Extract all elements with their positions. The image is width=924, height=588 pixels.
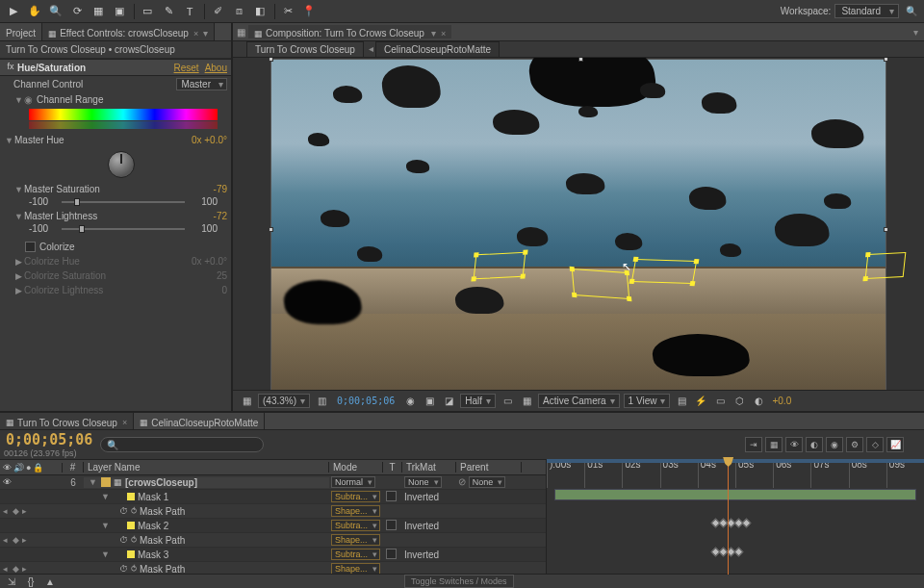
composition-tab[interactable]: ▦Composition: Turn To Crows Closeup▾× <box>248 25 451 38</box>
inverted-checkbox[interactable] <box>386 520 397 530</box>
shape-link[interactable]: Shape... <box>331 505 380 517</box>
frame-blend-toggle[interactable]: ◐ <box>806 437 823 452</box>
project-tab[interactable]: Project <box>0 23 42 40</box>
resolution-icon[interactable]: ▥ <box>314 396 329 406</box>
transparency-icon[interactable]: ▦ <box>519 396 534 406</box>
solo-icon[interactable]: ● <box>26 463 31 473</box>
puppet-tool[interactable]: 📍 <box>299 3 319 20</box>
roto-tool[interactable]: ✂ <box>278 3 297 20</box>
stopwatch-icon[interactable]: ⏱ <box>119 564 128 574</box>
prev-key-icon[interactable]: ◂ <box>3 506 11 516</box>
twirl-icon[interactable]: ▼ <box>13 95 24 105</box>
ruler-tick[interactable]: 09s <box>886 459 924 488</box>
pan-behind-tool[interactable]: ▣ <box>110 3 129 20</box>
reset-link[interactable]: Reset <box>174 63 199 73</box>
blend-mode-dropdown[interactable]: Normal <box>331 476 375 488</box>
pixel-aspect-icon[interactable]: ▤ <box>674 396 689 406</box>
mask-shape[interactable] <box>865 252 907 279</box>
comp-mini-flowchart[interactable]: ⇥ <box>745 437 762 452</box>
saturation-slider[interactable] <box>62 201 185 203</box>
twirl-icon[interactable]: ▼ <box>88 477 98 487</box>
views-dropdown[interactable]: 1 View <box>624 394 671 408</box>
fast-preview-icon[interactable]: ⚡ <box>693 396 708 406</box>
prev-key-icon[interactable]: ◂ <box>3 535 11 545</box>
mask-name[interactable]: Mask 2 <box>138 521 168 531</box>
add-key-icon[interactable]: ◆ <box>13 564 20 574</box>
close-icon[interactable]: × <box>122 418 127 427</box>
channel-control-dropdown[interactable]: Master <box>176 78 227 90</box>
stopwatch-icon[interactable]: ⏱ <box>119 535 128 545</box>
mask-color-swatch[interactable] <box>127 522 135 529</box>
ruler-tick[interactable]: 07s <box>810 459 848 488</box>
add-key-icon[interactable]: ◆ <box>13 535 20 545</box>
next-key-icon[interactable]: ▸ <box>22 535 30 545</box>
mask-color-swatch[interactable] <box>127 493 135 500</box>
workspace-dropdown[interactable]: Standard <box>834 4 899 18</box>
lightness-slider[interactable] <box>62 228 185 230</box>
prev-key-icon[interactable]: ◂ <box>3 564 11 574</box>
trkmat-dropdown[interactable]: None <box>404 476 442 488</box>
current-timecode[interactable]: 0;00;05;06 <box>6 431 92 448</box>
master-sat-value[interactable]: -79 <box>214 184 227 194</box>
toggle-switches-modes[interactable]: Toggle Switches / Modes <box>404 575 514 588</box>
zoom-out-icon[interactable]: ▲ <box>42 576 58 587</box>
brainstorm-button[interactable]: ⚙ <box>846 437 863 452</box>
zoom-dropdown[interactable]: (43.3%) <box>258 394 310 408</box>
timeline-tab-1[interactable]: ▦Turn To Crows Closeup× <box>0 413 134 429</box>
mask-shape[interactable] <box>473 252 526 280</box>
ruler-tick[interactable]: 05s <box>735 459 773 488</box>
stopwatch-icon[interactable]: ⏱ <box>119 506 128 516</box>
twirl-icon[interactable]: ▼ <box>4 136 14 145</box>
twirl-icon[interactable]: ▼ <box>100 492 111 501</box>
mask-mode-dropdown[interactable]: Subtra... <box>331 491 380 502</box>
add-key-icon[interactable]: ◆ <box>13 506 20 516</box>
close-icon[interactable]: × <box>441 29 446 38</box>
shape-link[interactable]: Shape... <box>331 534 380 546</box>
stamp-tool[interactable]: ⧈ <box>229 3 248 20</box>
channel-icon[interactable]: ◪ <box>441 396 456 406</box>
effect-controls-tab[interactable]: ▦Effect Controls: crowsCloseup×▾ <box>42 23 215 40</box>
mask-mode-dropdown[interactable]: Subtra... <box>331 520 380 531</box>
mask-mode-dropdown[interactable]: Subtra... <box>331 549 380 560</box>
pen-tool[interactable]: ✎ <box>159 3 178 20</box>
camera-dropdown[interactable]: Active Camera <box>538 394 620 408</box>
eye-icon[interactable]: 👁 <box>3 477 12 487</box>
layer-search-input[interactable]: 🔍 <box>100 437 264 452</box>
shy-toggle[interactable]: 👁 <box>785 437 803 452</box>
effect-title[interactable]: Hue/Saturation <box>17 63 86 73</box>
rect-tool[interactable]: ▭ <box>138 3 157 20</box>
hue-spectrum[interactable] <box>29 109 218 120</box>
selection-tool[interactable]: ▶ <box>4 3 23 20</box>
viewer-canvas[interactable]: ↖ <box>270 59 886 391</box>
timeline-tab-2[interactable]: ▦CelinaCloseupRotoMatte <box>134 413 265 429</box>
next-key-icon[interactable]: ▸ <box>22 564 30 574</box>
expand-icon[interactable]: ⇲ <box>4 576 19 587</box>
toggle-switches-icon[interactable]: {} <box>23 576 38 587</box>
lock-icon[interactable]: 🔒 <box>33 463 43 473</box>
timeline-icon[interactable]: ▭ <box>712 396 728 406</box>
comp-nested-tab[interactable]: Turn To Crows Closeup <box>246 41 364 57</box>
hand-tool[interactable]: ✋ <box>25 3 44 20</box>
zoom-tool[interactable]: 🔍 <box>46 3 65 20</box>
resolution-dropdown[interactable]: Half <box>460 394 496 408</box>
composition-viewer[interactable]: ↖ <box>233 58 924 390</box>
motion-blur-toggle[interactable]: ◉ <box>826 437 843 452</box>
twirl-icon[interactable]: ▼ <box>100 550 111 559</box>
graph-editor-toggle[interactable]: 📈 <box>886 437 904 452</box>
twirl-icon[interactable]: ▼ <box>13 212 24 221</box>
rotation-tool[interactable]: ⟳ <box>67 3 87 20</box>
colorize-checkbox[interactable] <box>25 242 36 252</box>
camera-tool[interactable]: ▦ <box>89 3 108 20</box>
mask-shape[interactable] <box>631 259 697 284</box>
inverted-checkbox[interactable] <box>386 549 397 559</box>
ruler-tick[interactable]: 02s <box>622 459 659 488</box>
roi-icon[interactable]: ▭ <box>500 396 515 406</box>
comp-nested-tab-2[interactable]: CelinaCloseupRotoMatte <box>375 41 500 57</box>
ruler-tick[interactable]: 03s <box>660 459 698 488</box>
twirl-icon[interactable]: ▼ <box>13 185 24 194</box>
twirl-icon[interactable]: ▼ <box>100 521 111 530</box>
search-help-icon[interactable]: 🔍 <box>903 6 920 16</box>
next-key-icon[interactable]: ▸ <box>22 506 30 516</box>
ruler-tick[interactable]: 01s <box>584 459 622 488</box>
ruler-tick[interactable]: ):00s <box>547 459 584 488</box>
